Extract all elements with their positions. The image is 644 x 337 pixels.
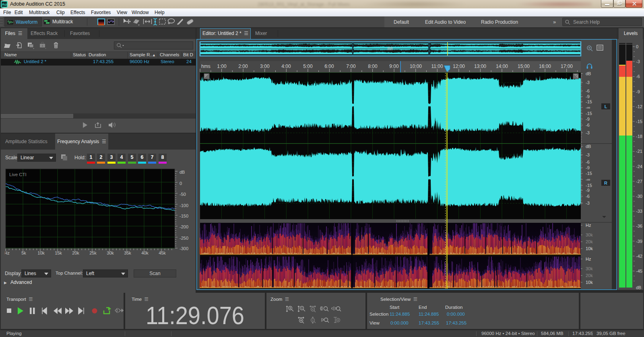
svg-text:-6: -6 — [586, 194, 590, 199]
svg-text:dB: dB — [586, 144, 591, 149]
svg-text:0: 0 — [180, 181, 182, 186]
svg-text:-6: -6 — [586, 160, 590, 164]
svg-text:8:00: 8:00 — [368, 64, 378, 69]
svg-text:-15: -15 — [586, 111, 592, 116]
svg-text:15:00: 15:00 — [518, 64, 530, 69]
svg-text:13:00: 13:00 — [474, 64, 486, 69]
svg-text:9:00: 9:00 — [389, 64, 399, 69]
svg-text:Hz: Hz — [586, 257, 591, 261]
svg-text:hms: hms — [201, 64, 211, 69]
svg-text:-150: -150 — [180, 214, 188, 218]
svg-text:3:00: 3:00 — [260, 64, 270, 69]
svg-text:-15: -15 — [586, 171, 592, 176]
svg-text:35k: 35k — [124, 251, 131, 255]
svg-text:-9: -9 — [586, 165, 590, 170]
svg-text:4:00: 4:00 — [281, 64, 291, 69]
svg-text:2:00: 2:00 — [238, 64, 248, 69]
svg-text:-∞: -∞ — [586, 177, 590, 182]
svg-text:7:00: 7:00 — [346, 64, 356, 69]
svg-text:12:00: 12:00 — [453, 64, 465, 69]
svg-text:-3: -3 — [586, 80, 590, 85]
svg-text:10k: 10k — [37, 251, 45, 255]
svg-text:-15: -15 — [636, 119, 642, 124]
svg-text:-18: -18 — [636, 134, 642, 139]
svg-text:-30: -30 — [636, 194, 642, 199]
svg-text:-3: -3 — [586, 201, 590, 205]
svg-text:45k: 45k — [159, 251, 166, 255]
svg-text:6:00: 6:00 — [324, 64, 334, 69]
svg-text:-15: -15 — [586, 183, 592, 188]
svg-text:30k: 30k — [107, 251, 114, 255]
svg-text:20k: 20k — [586, 273, 593, 278]
svg-text:-6: -6 — [636, 74, 640, 79]
svg-text:10k: 10k — [586, 246, 593, 251]
svg-text:-9: -9 — [586, 94, 590, 99]
svg-text:-24: -24 — [636, 164, 642, 169]
svg-text:-33: -33 — [636, 209, 642, 214]
svg-text:-6: -6 — [586, 88, 590, 93]
svg-text:25k: 25k — [89, 251, 97, 255]
svg-text:-21: -21 — [636, 149, 642, 154]
svg-text:-39: -39 — [636, 239, 642, 244]
svg-text:10:00: 10:00 — [410, 64, 422, 69]
svg-text:20k: 20k — [72, 251, 79, 255]
svg-text:16:00: 16:00 — [539, 64, 551, 69]
svg-text:-50: -50 — [180, 192, 186, 197]
svg-text:11:00: 11:00 — [431, 64, 443, 69]
svg-text:-36: -36 — [636, 224, 642, 228]
svg-text:-∞: -∞ — [586, 105, 590, 110]
svg-text:R: R — [604, 181, 607, 185]
svg-text:Live CTI: Live CTI — [9, 172, 27, 177]
svg-text:-250: -250 — [180, 236, 188, 240]
svg-text:-9: -9 — [586, 188, 590, 193]
svg-text:-300: -300 — [180, 246, 188, 251]
svg-text:-12: -12 — [636, 104, 642, 109]
svg-text:-9: -9 — [586, 117, 590, 121]
svg-text:20k: 20k — [586, 239, 593, 244]
svg-text:-3: -3 — [636, 59, 640, 64]
svg-text:-15: -15 — [586, 99, 592, 104]
svg-text:L: L — [605, 104, 607, 109]
svg-text:5k: 5k — [21, 251, 26, 255]
svg-text:17:00: 17:00 — [561, 64, 573, 69]
svg-text:dB: dB — [180, 170, 185, 175]
svg-text:-6: -6 — [586, 123, 590, 127]
svg-text:-42: -42 — [636, 254, 642, 259]
svg-text:15k: 15k — [55, 251, 62, 255]
svg-text:-27: -27 — [636, 179, 642, 184]
svg-text:10k: 10k — [586, 280, 593, 285]
svg-text:Hz: Hz — [5, 251, 10, 255]
svg-text:-3: -3 — [586, 152, 590, 157]
svg-text:0: 0 — [636, 44, 638, 49]
svg-text:-3: -3 — [586, 130, 590, 135]
svg-text:-200: -200 — [180, 224, 188, 229]
svg-text:1:00: 1:00 — [217, 64, 227, 69]
svg-text:14:00: 14:00 — [496, 64, 508, 69]
svg-text:dB: dB — [636, 285, 641, 290]
svg-text:-45: -45 — [636, 269, 642, 273]
svg-text:-100: -100 — [180, 203, 188, 208]
svg-text:-9: -9 — [636, 89, 640, 94]
svg-text:30k: 30k — [586, 232, 593, 237]
svg-text:30k: 30k — [586, 266, 593, 271]
svg-text:dB: dB — [586, 71, 591, 76]
svg-text:Hz: Hz — [586, 223, 591, 228]
svg-text:5:00: 5:00 — [303, 64, 313, 69]
svg-text:40k: 40k — [141, 251, 149, 255]
